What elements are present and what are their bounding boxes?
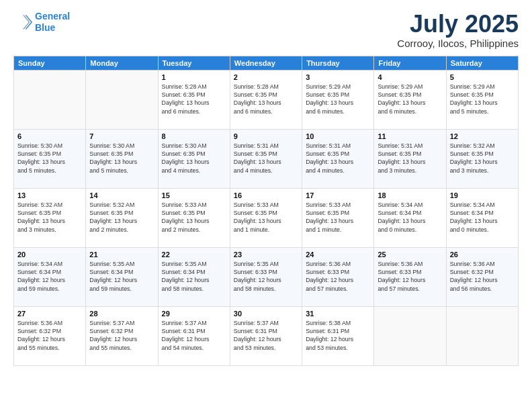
day-detail: Sunrise: 5:36 AM Sunset: 6:33 PM Dayligh… [378,260,442,293]
day-detail: Sunrise: 5:31 AM Sunset: 6:35 PM Dayligh… [234,142,298,175]
col-wednesday: Wednesday [230,56,302,70]
table-row: 4Sunrise: 5:29 AM Sunset: 6:35 PM Daylig… [374,70,446,129]
table-row: 15Sunrise: 5:33 AM Sunset: 6:35 PM Dayli… [158,188,230,247]
col-tuesday: Tuesday [158,56,230,70]
day-number: 22 [162,250,226,259]
table-row: 18Sunrise: 5:34 AM Sunset: 6:34 PM Dayli… [374,188,446,247]
table-row: 6Sunrise: 5:30 AM Sunset: 6:35 PM Daylig… [14,129,86,188]
calendar-week-row: 1Sunrise: 5:28 AM Sunset: 6:35 PM Daylig… [14,70,519,129]
day-detail: Sunrise: 5:31 AM Sunset: 6:35 PM Dayligh… [306,142,370,175]
day-number: 30 [234,310,298,318]
day-number: 17 [306,191,370,199]
day-detail: Sunrise: 5:37 AM Sunset: 6:32 PM Dayligh… [89,319,154,352]
table-row: 22Sunrise: 5:35 AM Sunset: 6:34 PM Dayli… [158,247,230,306]
day-number: 27 [17,310,82,318]
day-detail: Sunrise: 5:33 AM Sunset: 6:35 PM Dayligh… [234,201,298,234]
col-sunday: Sunday [14,56,86,70]
day-number: 8 [162,132,226,140]
day-detail: Sunrise: 5:37 AM Sunset: 6:31 PM Dayligh… [234,319,298,352]
day-detail: Sunrise: 5:30 AM Sunset: 6:35 PM Dayligh… [89,142,154,175]
svg-marker-1 [23,15,30,29]
day-detail: Sunrise: 5:36 AM Sunset: 6:32 PM Dayligh… [17,319,82,352]
day-number: 2 [234,73,298,81]
day-number: 5 [450,73,515,81]
day-detail: Sunrise: 5:34 AM Sunset: 6:34 PM Dayligh… [450,201,515,234]
day-number: 12 [450,132,515,140]
col-thursday: Thursday [302,56,374,70]
table-row [86,70,158,129]
day-detail: Sunrise: 5:30 AM Sunset: 6:35 PM Dayligh… [17,142,82,175]
day-number: 19 [450,191,515,199]
day-detail: Sunrise: 5:32 AM Sunset: 6:35 PM Dayligh… [89,201,154,234]
table-row: 7Sunrise: 5:30 AM Sunset: 6:35 PM Daylig… [86,129,158,188]
day-detail: Sunrise: 5:34 AM Sunset: 6:34 PM Dayligh… [378,201,442,234]
day-number: 31 [306,310,370,318]
day-detail: Sunrise: 5:32 AM Sunset: 6:35 PM Dayligh… [450,142,515,175]
table-row: 27Sunrise: 5:36 AM Sunset: 6:32 PM Dayli… [14,306,86,365]
table-row: 24Sunrise: 5:36 AM Sunset: 6:33 PM Dayli… [302,247,374,306]
table-row [446,306,518,365]
page: General Blue July 2025 Corrooy, Ilocos, … [0,0,532,411]
day-number: 18 [378,191,442,199]
table-row: 19Sunrise: 5:34 AM Sunset: 6:34 PM Dayli… [446,188,518,247]
table-row: 26Sunrise: 5:36 AM Sunset: 6:32 PM Dayli… [446,247,518,306]
day-number: 28 [89,310,154,318]
calendar-week-row: 20Sunrise: 5:34 AM Sunset: 6:34 PM Dayli… [14,247,519,306]
day-number: 9 [234,132,298,140]
table-row: 9Sunrise: 5:31 AM Sunset: 6:35 PM Daylig… [230,129,302,188]
table-row: 31Sunrise: 5:38 AM Sunset: 6:31 PM Dayli… [302,306,374,365]
logo-icon [13,13,32,32]
day-number: 13 [17,191,82,199]
day-number: 24 [306,250,370,259]
day-detail: Sunrise: 5:31 AM Sunset: 6:35 PM Dayligh… [378,142,442,175]
day-number: 29 [162,310,226,318]
day-number: 7 [89,132,154,140]
day-detail: Sunrise: 5:32 AM Sunset: 6:35 PM Dayligh… [17,201,82,234]
day-number: 26 [450,250,515,259]
table-row: 17Sunrise: 5:33 AM Sunset: 6:35 PM Dayli… [302,188,374,247]
col-saturday: Saturday [446,56,518,70]
table-row: 29Sunrise: 5:37 AM Sunset: 6:31 PM Dayli… [158,306,230,365]
day-detail: Sunrise: 5:30 AM Sunset: 6:35 PM Dayligh… [162,142,226,175]
day-detail: Sunrise: 5:28 AM Sunset: 6:35 PM Dayligh… [234,83,298,116]
day-detail: Sunrise: 5:33 AM Sunset: 6:35 PM Dayligh… [306,201,370,234]
col-monday: Monday [86,56,158,70]
day-number: 16 [234,191,298,199]
day-number: 14 [89,191,154,199]
table-row: 14Sunrise: 5:32 AM Sunset: 6:35 PM Dayli… [86,188,158,247]
table-row: 11Sunrise: 5:31 AM Sunset: 6:35 PM Dayli… [374,129,446,188]
day-number: 1 [162,73,226,81]
day-number: 15 [162,191,226,199]
table-row: 21Sunrise: 5:35 AM Sunset: 6:34 PM Dayli… [86,247,158,306]
day-number: 3 [306,73,370,81]
table-row: 23Sunrise: 5:35 AM Sunset: 6:33 PM Dayli… [230,247,302,306]
day-detail: Sunrise: 5:33 AM Sunset: 6:35 PM Dayligh… [162,201,226,234]
table-row: 13Sunrise: 5:32 AM Sunset: 6:35 PM Dayli… [14,188,86,247]
main-title: July 2025 [397,11,519,38]
calendar-header-row: Sunday Monday Tuesday Wednesday Thursday… [14,56,519,70]
table-row: 8Sunrise: 5:30 AM Sunset: 6:35 PM Daylig… [158,129,230,188]
table-row: 3Sunrise: 5:29 AM Sunset: 6:35 PM Daylig… [302,70,374,129]
calendar-week-row: 13Sunrise: 5:32 AM Sunset: 6:35 PM Dayli… [14,188,519,247]
table-row: 10Sunrise: 5:31 AM Sunset: 6:35 PM Dayli… [302,129,374,188]
day-detail: Sunrise: 5:28 AM Sunset: 6:35 PM Dayligh… [162,83,226,116]
table-row: 12Sunrise: 5:32 AM Sunset: 6:35 PM Dayli… [446,129,518,188]
day-number: 10 [306,132,370,140]
day-number: 20 [17,250,82,259]
table-row: 25Sunrise: 5:36 AM Sunset: 6:33 PM Dayli… [374,247,446,306]
day-number: 6 [17,132,82,140]
day-number: 4 [378,73,442,81]
table-row: 20Sunrise: 5:34 AM Sunset: 6:34 PM Dayli… [14,247,86,306]
logo: General Blue [13,11,70,34]
table-row: 5Sunrise: 5:29 AM Sunset: 6:35 PM Daylig… [446,70,518,129]
logo-line2: Blue [35,22,55,33]
logo-text: General Blue [35,11,70,34]
day-detail: Sunrise: 5:38 AM Sunset: 6:31 PM Dayligh… [306,319,370,352]
day-detail: Sunrise: 5:29 AM Sunset: 6:35 PM Dayligh… [378,83,442,116]
title-block: July 2025 Corrooy, Ilocos, Philippines [397,11,519,49]
subtitle: Corrooy, Ilocos, Philippines [397,38,519,49]
day-number: 21 [89,250,154,259]
day-detail: Sunrise: 5:29 AM Sunset: 6:35 PM Dayligh… [306,83,370,116]
table-row: 16Sunrise: 5:33 AM Sunset: 6:35 PM Dayli… [230,188,302,247]
table-row [374,306,446,365]
